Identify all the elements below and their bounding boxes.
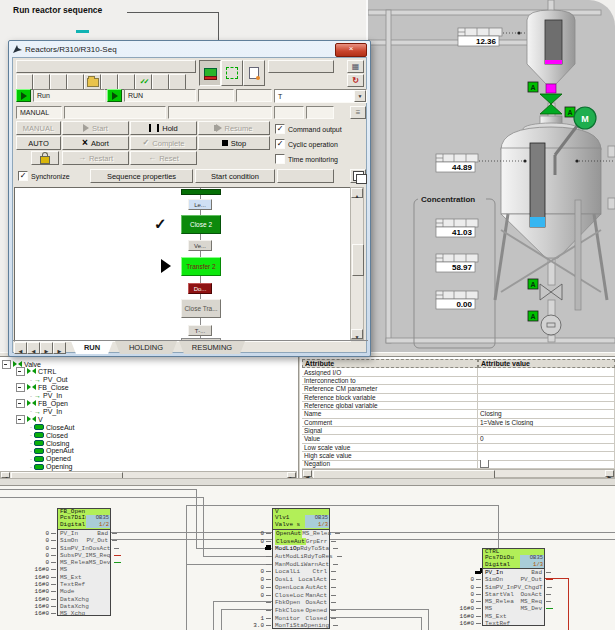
resume-button[interactable]: Resume [198,121,270,135]
pin-input[interactable]: 0SimPV_In [485,584,514,591]
sequence-view-toggle[interactable] [199,60,221,86]
toolbar-strip-1[interactable] [16,60,196,73]
pin-input[interactable]: 0MS_Relea [485,598,514,605]
start-button[interactable]: Start [62,121,129,135]
refresh-button[interactable] [347,74,364,87]
pin-input[interactable]: FbkOpen [275,599,300,607]
pin-output[interactable]: Ctrl [313,568,327,576]
toolbar-button[interactable] [16,74,33,90]
tree-item-pvin1[interactable]: -PV_In [30,392,62,400]
tab-next-button[interactable] [40,342,53,354]
sfc-vscrollbar[interactable] [350,187,364,340]
pin-input[interactable]: ModLiOp [275,545,300,553]
pin-input[interactable]: 0PV_In [60,530,78,537]
pump-icon[interactable] [541,315,561,335]
pin-input[interactable]: PV_In [485,569,503,576]
pin-input[interactable]: 16#0DataXchg [60,596,89,603]
footer-strip[interactable] [277,169,334,183]
pin-input[interactable]: 16#0MS [60,566,67,573]
pin-input[interactable]: 0LocalLi [275,568,300,576]
pin-output[interactable]: LocalAct [298,576,327,584]
synchronize-checkbox[interactable]: Synchronize [18,171,70,181]
sfc-step-close2[interactable]: Close 2 [181,215,221,234]
tree-item-closed[interactable]: -Closed [30,431,68,439]
attr-header-value[interactable]: Attribute value [478,359,615,368]
cfc-block-ctrl[interactable]: CTRLPcs7DiOuDigital OB351/3 PV_InBad 0Si… [482,548,545,626]
pin-output[interactable]: MS_Dev [520,605,542,612]
pin-input[interactable]: 0SimPV_In [60,545,89,552]
sfc-step-closetra[interactable]: Close Tra... [181,299,221,318]
sfc-transition-t[interactable]: T-... [188,325,212,336]
acknowledge-button[interactable] [135,74,152,90]
pin-output[interactable]: OosAct [520,591,542,598]
pin-input[interactable]: 16#0MS [485,605,492,612]
expander-icon[interactable] [16,383,25,392]
scroll-down-icon[interactable] [351,329,363,339]
tree-item-opened[interactable]: -Opened [30,455,71,463]
expander-icon[interactable] [16,367,25,376]
sfc-transition-ve[interactable]: Ve... [188,240,212,251]
pin-output[interactable]: Opening [304,622,329,630]
reset-button[interactable]: Reset [130,151,197,165]
pin-input[interactable]: 0OosLi [275,576,293,584]
pin-output[interactable]: PV_Out [520,576,542,583]
attr-row-negation[interactable] [478,460,615,469]
sfc-transition-le[interactable]: Le... [188,199,212,210]
tree-item-pvout[interactable]: -PV_Out [30,376,68,384]
start-condition-button[interactable]: Start condition [195,169,275,183]
pin-output[interactable]: GrpErr [306,538,328,546]
pin-input[interactable]: 1Monitor [275,615,300,623]
pin-input[interactable]: 16#0MS_Ext [485,613,507,620]
pin-input[interactable]: 0OpenAut [275,530,302,538]
command-output-checkbox[interactable]: Command output [275,124,342,134]
cyclic-operation-checkbox[interactable]: Cyclic operation [275,139,338,149]
pin-input[interactable]: 16#0TextRef [60,581,85,588]
tab-last-button[interactable] [53,342,66,354]
detail-button[interactable] [350,106,366,119]
pin-output[interactable]: MS_Dev [89,559,111,566]
pin-input[interactable]: 16#0MS_Ext [60,574,82,581]
pin-input[interactable]: 0SimOn [60,537,78,544]
cfc-block-valve[interactable]: VVlv1Valve s OB351/3 0OpenAutMS_Relea 0C… [272,508,330,629]
pin-input[interactable]: AutModLi [275,553,304,561]
pin-input[interactable]: 16#0DataXchg [60,603,89,610]
toolbar-button[interactable] [50,74,67,90]
scroll-thumb[interactable] [352,244,364,276]
pin-output[interactable]: Opened [305,607,327,615]
indicator-conc3[interactable]: 0.00 [436,291,478,309]
window-layout-button[interactable] [347,60,364,73]
selection-view-toggle[interactable] [221,60,243,86]
tab-resuming[interactable]: RESUMING [179,341,245,354]
auto-button[interactable]: AUTO [16,136,61,150]
tab-run[interactable]: RUN [71,341,113,354]
close-button[interactable]: × [335,43,367,57]
pin-input[interactable]: 0OpenLoca [275,584,304,592]
attr-header-name[interactable]: Attribute [302,359,478,368]
restart-button[interactable]: Restart [62,151,129,165]
toolbar-strip-2[interactable] [268,60,334,73]
pin-output[interactable]: PV_ChgdT [514,584,543,591]
dropdown-arrow-button[interactable] [354,90,366,102]
tree-item-fbopen[interactable]: FB_Open [16,400,68,408]
tree-item-closing[interactable]: -Closing [30,439,69,447]
drain-valve-icon[interactable] [540,94,562,114]
tree-item-v[interactable]: V [16,415,43,423]
pin-input[interactable]: 16#0TextRef [485,620,510,627]
manual-button[interactable]: MANUAL [16,121,61,135]
toolbar-button[interactable] [152,74,169,90]
pane-splitter[interactable] [298,357,301,481]
pin-output[interactable]: OosAct [89,545,111,552]
pin-input[interactable]: FbkClose [275,607,304,615]
pin-input[interactable]: 0CloseAut [275,538,306,546]
toolbar-button[interactable] [169,74,186,90]
tree-item-closeaut[interactable]: -CloseAut [30,423,74,431]
expander-icon[interactable] [16,415,25,424]
pin-output[interactable]: ManAct [305,592,327,600]
pin-input[interactable]: 0SubsPV_I [60,552,89,559]
attr-row-name[interactable]: Negation [302,460,478,469]
pin-output[interactable]: MS_Req [520,598,542,605]
tree-item-ctrl[interactable]: CTRL [16,368,56,376]
pin-input[interactable]: 0CloseLoc [275,592,304,600]
pin-output[interactable]: AutAct [305,584,327,592]
scroll-right-icon[interactable] [605,470,614,477]
